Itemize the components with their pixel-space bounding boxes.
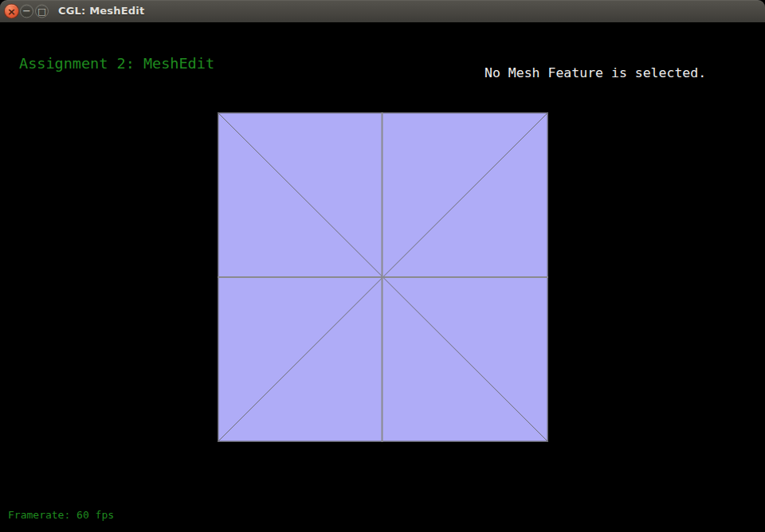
minimize-icon: − — [22, 6, 31, 16]
selection-status-message: No Mesh Feature is selected. — [484, 65, 706, 80]
framerate-label: Framerate: 60 fps — [8, 509, 114, 521]
assignment-heading: Assignment 2: MeshEdit — [19, 55, 214, 72]
titlebar[interactable]: × − □ CGL: MeshEdit — [0, 0, 765, 22]
gl-viewport[interactable]: Assignment 2: MeshEdit No Mesh Feature i… — [0, 22, 765, 532]
close-button[interactable]: × — [4, 4, 19, 19]
close-icon: × — [7, 6, 16, 16]
app-window: × − □ CGL: MeshEdit Assignment 2: MeshEd… — [0, 0, 765, 532]
window-title: CGL: MeshEdit — [58, 0, 144, 22]
minimize-button[interactable]: − — [20, 5, 33, 18]
maximize-icon: □ — [37, 6, 45, 15]
mesh-canvas[interactable] — [218, 112, 548, 442]
maximize-button[interactable]: □ — [35, 5, 49, 18]
